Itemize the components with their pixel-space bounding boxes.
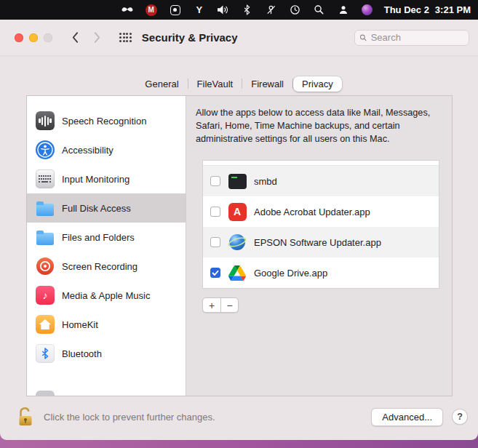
checkbox-adobe-acrobat-updater[interactable] xyxy=(210,207,220,217)
checkbox-smbd[interactable] xyxy=(210,176,220,186)
blue-folder-icon xyxy=(36,228,55,247)
add-app-button[interactable]: + xyxy=(203,298,220,312)
unlocked-padlock-icon[interactable] xyxy=(16,406,35,428)
help-button[interactable]: ? xyxy=(452,409,468,425)
sidebar-item-label: Media & Apple Music xyxy=(62,290,150,301)
sidebar-item-accessibility[interactable]: Accessibility xyxy=(27,135,186,164)
moustache-icon[interactable] xyxy=(121,4,134,17)
app-name: Adobe Acrobat Updater.app xyxy=(254,207,370,217)
back-button[interactable] xyxy=(71,31,79,44)
sidebar-item-bluetooth[interactable]: Bluetooth xyxy=(27,339,186,368)
app-row-smbd[interactable]: smbd xyxy=(203,166,439,196)
checkbox-google-drive[interactable] xyxy=(210,268,220,278)
music-note-icon: ♪ xyxy=(36,286,55,305)
remove-app-button[interactable]: − xyxy=(220,298,238,312)
forward-button[interactable] xyxy=(93,31,100,44)
close-button[interactable] xyxy=(15,33,23,42)
menubar-status-icons: M Y xyxy=(121,4,374,17)
privacy-content: Speech Recognition Accessibility xyxy=(26,95,453,396)
window-footer: Click the lock to prevent further change… xyxy=(0,398,478,440)
privacy-sidebar: Speech Recognition Accessibility xyxy=(27,96,186,396)
tab-filevault[interactable]: FileVault xyxy=(188,76,242,92)
record-circle-icon xyxy=(36,257,55,276)
accessibility-icon xyxy=(36,140,55,159)
checkmark-icon xyxy=(212,270,219,276)
bluetooth-icon xyxy=(36,344,55,363)
tab-privacy[interactable]: Privacy xyxy=(293,76,342,92)
zoom-button[interactable] xyxy=(44,33,52,42)
terminal-exec-icon xyxy=(228,172,247,191)
keyboard-icon xyxy=(36,169,55,188)
sidebar-item-label: Input Monitoring xyxy=(62,174,130,185)
app-row-epson-software-updater[interactable]: EPSON Software Updater.app xyxy=(203,227,439,257)
globe-updater-icon xyxy=(228,233,247,252)
bluetooth-icon[interactable] xyxy=(241,4,254,17)
menubar-date[interactable]: Thu Dec 2 xyxy=(384,4,429,15)
sidebar-item-screen-recording[interactable]: Screen Recording xyxy=(27,252,186,281)
lock-hint-text: Click the lock to prevent further change… xyxy=(44,412,215,423)
volume-icon[interactable] xyxy=(217,4,230,17)
app-name: EPSON Software Updater.app xyxy=(254,237,381,248)
full-disk-access-pane: Allow the apps below to access data like… xyxy=(186,96,452,396)
window-controls xyxy=(15,33,52,42)
mcafee-icon[interactable]: M xyxy=(145,4,158,17)
app-row-adobe-acrobat-updater[interactable]: A Adobe Acrobat Updater.app xyxy=(203,196,439,227)
search-icon xyxy=(359,33,367,42)
sidebar-item-files-and-folders[interactable]: Files and Folders xyxy=(27,223,186,252)
blue-folder-icon xyxy=(36,199,55,217)
adobe-red-icon: A xyxy=(228,202,247,221)
crossed-device-icon[interactable] xyxy=(265,4,278,17)
mcafee-letter: M xyxy=(146,4,157,16)
add-remove-control: + − xyxy=(202,297,239,313)
advanced-button[interactable]: Advanced... xyxy=(371,408,443,426)
sidebar-item-label: HomeKit xyxy=(62,319,98,330)
google-drive-icon xyxy=(228,263,247,282)
sidebar-item-label: Speech Recognition xyxy=(62,116,146,127)
sidebar-item-input-monitoring[interactable]: Input Monitoring xyxy=(27,164,186,193)
sidebar-partial-next-item xyxy=(36,391,55,396)
titlebar: Security & Privacy xyxy=(0,20,478,56)
security-privacy-window: Security & Privacy General FileVault Fir… xyxy=(0,20,478,440)
menubar-time[interactable]: 3:21 PM xyxy=(435,4,471,15)
window-title: Security & Privacy xyxy=(142,31,238,44)
launcher-app-icon[interactable] xyxy=(169,4,182,17)
app-name: Google Drive.app xyxy=(254,268,327,279)
app-row-google-drive[interactable]: Google Drive.app xyxy=(203,257,439,288)
purple-app-icon[interactable] xyxy=(361,4,374,17)
clock-icon[interactable] xyxy=(289,4,302,17)
search-input[interactable] xyxy=(371,32,464,43)
tab-firewall[interactable]: Firewall xyxy=(242,76,292,92)
app-list: smbd A Adobe Acrobat Updater.app EPSON S… xyxy=(202,160,439,289)
tuner-icon[interactable]: Y xyxy=(193,4,206,17)
tab-bar: General FileVault Firewall Privacy xyxy=(0,75,478,92)
sidebar-item-label: Screen Recording xyxy=(62,261,138,272)
sidebar-item-label: Files and Folders xyxy=(62,232,135,243)
app-name: smbd xyxy=(254,176,277,187)
sidebar-item-media-apple-music[interactable]: ♪ Media & Apple Music xyxy=(27,281,186,310)
speech-recognition-icon xyxy=(36,111,55,130)
desktop: M Y Thu Dec 2 3:21 PM xyxy=(0,0,478,448)
sidebar-item-label: Full Disk Access xyxy=(62,203,131,214)
sidebar-item-label: Bluetooth xyxy=(62,348,102,359)
house-icon xyxy=(36,315,55,334)
pane-description: Allow the apps below to access data like… xyxy=(196,107,443,145)
tab-general[interactable]: General xyxy=(136,76,187,92)
menu-bar: M Y Thu Dec 2 3:21 PM xyxy=(0,0,478,20)
sidebar-item-homekit[interactable]: HomeKit xyxy=(27,310,186,339)
list-row-partial xyxy=(203,161,439,166)
show-all-grid-icon[interactable] xyxy=(119,33,132,41)
spotlight-search-icon[interactable] xyxy=(313,4,326,17)
search-field[interactable] xyxy=(354,30,469,46)
sidebar-item-full-disk-access[interactable]: Full Disk Access xyxy=(27,193,186,223)
fast-user-switch-icon[interactable] xyxy=(337,4,350,17)
checkbox-epson-software-updater[interactable] xyxy=(210,237,220,247)
sidebar-item-label: Accessibility xyxy=(62,145,113,156)
minimize-button[interactable] xyxy=(29,33,38,42)
sidebar-item-speech-recognition[interactable]: Speech Recognition xyxy=(27,106,186,135)
